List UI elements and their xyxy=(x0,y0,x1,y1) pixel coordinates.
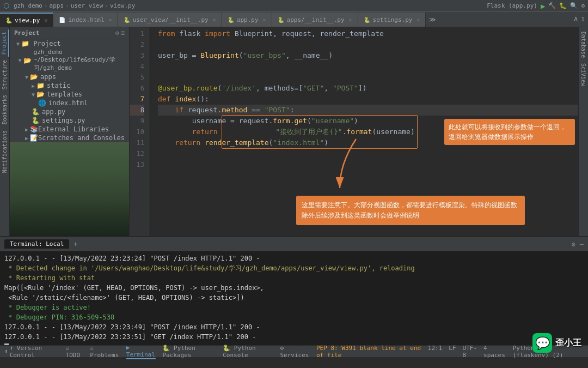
ext-libs-icon: 📚 xyxy=(30,125,38,133)
breadcrumb-part3[interactable]: user_view xyxy=(71,2,103,9)
html-file-icon: 📄 xyxy=(59,17,65,23)
annotation-arrow xyxy=(334,134,378,199)
callout-bottom: 这里需要注意下。大部分视图函数，都需要进行模板渲染。特殊的视图函数除外后续涉及到… xyxy=(296,196,525,225)
terminal-content: 127.0.0.1 - - [13/May/2022 23:23:24] "PO… xyxy=(0,251,588,345)
tree-gzh-demo[interactable]: ▼ 📂 gzh_demo ~/Desktop/life&study/学习/gzh… xyxy=(10,48,129,73)
sidebar: Project ⚙ ≡ ▼ 📁 Project ▼ 📂 gzh_demo ~/D… xyxy=(10,27,130,236)
py-icon1: 🐍 xyxy=(32,108,40,116)
version-control-icon: ⬆ xyxy=(4,348,8,355)
problems-button[interactable]: ⚠ Problems xyxy=(90,345,120,359)
scratches-label: Scratches and Consoles xyxy=(38,134,125,142)
arrow-icon5: ▼ xyxy=(32,92,35,98)
right-label-database[interactable]: Database xyxy=(579,29,587,60)
left-panel-labels: Project Structure Bookmarks Notification… xyxy=(0,27,10,236)
terminal-tab-main[interactable]: Terminal: Local xyxy=(4,239,69,249)
tree-external-libs[interactable]: ▶ 📚 External Libraries xyxy=(10,125,129,134)
services-button[interactable]: ⚙ Services xyxy=(280,345,310,359)
close-tab-app-py[interactable]: × xyxy=(263,17,266,23)
gzh-demo-label: gzh_demo ~/Desktop/life&study/学习/gzh_dem… xyxy=(34,49,129,72)
status-encoding[interactable]: UTF-8 xyxy=(463,345,477,359)
tab-overflow-button[interactable]: ≫ xyxy=(426,16,439,23)
sidebar-toggle-project[interactable]: Project xyxy=(0,29,9,57)
run-button[interactable]: ▶ xyxy=(541,2,545,10)
terminal-line-2: * Detected change in '/Users/wanghao/Des… xyxy=(4,263,584,273)
code-line-2 xyxy=(158,39,578,50)
arrow-icon3: ▼ xyxy=(25,74,28,80)
tree-apps[interactable]: ▼ 📂 apps xyxy=(10,73,129,81)
arrow-icon: ▼ xyxy=(16,41,20,47)
code-line-4 xyxy=(158,61,578,72)
debug-icon[interactable]: 🐛 xyxy=(559,2,567,9)
close-tab-settings[interactable]: × xyxy=(416,17,420,23)
tab-app-py-label: app.py xyxy=(237,16,259,23)
tab-settings-py[interactable]: 🐍 settings.py × xyxy=(358,13,426,27)
status-position[interactable]: 12:1 xyxy=(428,345,443,359)
code-line-8: if request.method == "POST": xyxy=(158,105,578,116)
terminal-minimize-icon[interactable]: – xyxy=(580,240,584,248)
terminal-status-button[interactable]: ▶ Terminal xyxy=(126,344,156,359)
sidebar-header: Project ⚙ ≡ xyxy=(10,27,129,39)
terminal-line-3: * Restarting with stat xyxy=(4,273,584,283)
arrow-icon4: ▶ xyxy=(32,83,35,89)
tree-settings-py[interactable]: 🐍 settings.py xyxy=(10,116,129,125)
close-tab-apps-init[interactable]: × xyxy=(349,17,352,23)
tab-user-view-init[interactable]: 🐍 user_view/__init__.py × xyxy=(118,13,222,27)
apps-folder-icon: 📂 xyxy=(30,73,38,81)
settings-py-label: settings.py xyxy=(42,117,85,124)
close-tab-index-html[interactable]: × xyxy=(109,17,112,23)
tree-app-py[interactable]: 🐍 app.py xyxy=(10,107,129,116)
code-line-5 xyxy=(158,72,578,83)
templates-folder-icon: 📂 xyxy=(36,91,45,98)
wechat-icon: 💬 xyxy=(532,333,552,353)
status-lf[interactable]: LF xyxy=(449,345,456,359)
tree-templates[interactable]: ▼ 📂 templates xyxy=(10,90,129,99)
tab-apps-init[interactable]: 🐍 apps/__init__.py × xyxy=(272,13,358,27)
version-control-button[interactable]: ⬆ ⬆ Version Control xyxy=(4,345,59,359)
arrow-icon6: ▶ xyxy=(25,126,28,132)
tab-index-html-label: index.html xyxy=(68,16,104,23)
search-icon[interactable]: 🔍 xyxy=(570,2,578,9)
breadcrumb-part2[interactable]: apps xyxy=(50,2,64,9)
tab-app-py[interactable]: 🐍 app.py × xyxy=(222,13,272,27)
terminal-gear-icon[interactable]: ⚙ xyxy=(572,240,575,248)
sidebar-gear-icon[interactable]: ⚙ xyxy=(115,29,119,37)
status-indent[interactable]: 4 spaces xyxy=(483,345,506,359)
main-area: Project Structure Bookmarks Notification… xyxy=(0,27,588,236)
settings-icon[interactable]: ⚙ xyxy=(581,2,585,9)
close-tab-view-py[interactable]: × xyxy=(44,17,47,23)
sidebar-toggle-notifications[interactable]: Notifications xyxy=(1,128,9,175)
todo-button[interactable]: ☑ TODO xyxy=(66,345,84,359)
code-area[interactable]: from flask import Blueprint, request, re… xyxy=(149,27,578,236)
python-packages-button[interactable]: 🐍 Python Packages xyxy=(162,345,216,359)
tree-static[interactable]: ▶ 📁 static xyxy=(10,81,129,90)
app-icon: ⬡ xyxy=(3,2,9,10)
build-icon[interactable]: 🔨 xyxy=(548,2,556,9)
editor-content: 12345 678 910111213 from flask import Bl… xyxy=(130,27,578,236)
code-line-3: user_bp = Blueprint("user_bps", __name__… xyxy=(158,50,578,61)
problems-label: ⚠ Problems xyxy=(90,345,120,359)
tab-apps-init-label: apps/__init__.py xyxy=(287,16,345,23)
tree-scratches[interactable]: ▶ 📝 Scratches and Consoles xyxy=(10,134,129,142)
breadcrumb-part1[interactable]: gzh_demo xyxy=(14,2,42,9)
terminal-line-1: 127.0.0.1 - - [13/May/2022 23:23:24] "PO… xyxy=(4,254,584,263)
arrow-icon2: ▼ xyxy=(19,57,22,63)
sidebar-collapse-icon[interactable]: ≡ xyxy=(121,29,125,37)
templates-label: templates xyxy=(47,91,82,98)
tree-index-html[interactable]: 🌐 index.html xyxy=(10,99,129,107)
terminal-area: Terminal: Local + ⚙ – 127.0.0.1 - - [13/… xyxy=(0,236,588,345)
close-tab-user-view[interactable]: × xyxy=(213,17,216,23)
static-label: static xyxy=(47,82,70,89)
terminal-line-6: * Debugger is active! xyxy=(4,303,584,312)
flask-label[interactable]: Flask (app.py) xyxy=(487,2,537,9)
tab-index-html[interactable]: 📄 index.html × xyxy=(53,13,118,27)
right-label-sciview[interactable]: SciView xyxy=(579,61,587,88)
sidebar-toggle-bookmarks[interactable]: Bookmarks xyxy=(1,93,9,126)
watermark-text: 歪小王 xyxy=(555,337,581,349)
sidebar-toggle-structure[interactable]: Structure xyxy=(1,58,9,92)
breadcrumb-part4[interactable]: view.py xyxy=(110,2,135,9)
tree-project[interactable]: ▼ 📁 Project xyxy=(10,39,129,48)
tab-view-py[interactable]: 🐍 view.py × xyxy=(0,13,53,27)
editor-area: 12345 678 910111213 from flask import Bl… xyxy=(130,27,578,236)
python-console-button[interactable]: 🐍 Python Console xyxy=(223,345,273,359)
add-terminal-button[interactable]: + xyxy=(74,240,77,248)
